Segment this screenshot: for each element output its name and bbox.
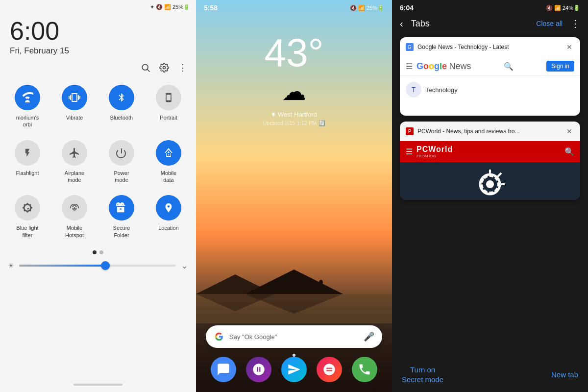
google-favicon: G xyxy=(406,43,414,51)
wifi-label: morlium'sorbi xyxy=(16,114,39,128)
mobile-data-label: Mobiledata xyxy=(161,170,176,184)
more-options-browser-button[interactable]: ⋮ xyxy=(570,18,580,29)
browser-tabs-panel: 6:04 🔇 📶 24%🔋 ‹ Tabs Close all ⋮ G Googl… xyxy=(392,0,588,392)
mobile-data-icon xyxy=(156,140,181,166)
tile-portrait[interactable]: Portrait xyxy=(145,79,192,134)
bluelight-icon xyxy=(15,195,40,220)
gnews-signin-button[interactable]: Sign in xyxy=(546,61,574,72)
secure-icon xyxy=(109,195,134,220)
signal-icon: 📶 xyxy=(164,4,171,10)
page-dot-2 xyxy=(99,250,103,254)
pcworld-search-icon: 🔍 xyxy=(564,147,574,156)
brightness-control[interactable]: ☀ ⌄ xyxy=(0,258,196,273)
tile-location[interactable]: Location xyxy=(145,189,192,245)
hotspot-label: MobileHotspot xyxy=(65,224,84,239)
battery-icon: 25%🔋 xyxy=(172,4,190,10)
search-button[interactable] xyxy=(140,62,151,73)
bottom-nav-bar xyxy=(0,377,196,392)
gnews-toolbar: ☰ Google News 🔍 Sign in xyxy=(400,57,580,76)
bluetooth-status-icon: ✦ xyxy=(150,4,154,10)
svg-point-7 xyxy=(307,281,311,286)
browser-signal-icon: 📶 xyxy=(554,5,561,11)
tile-bluelight[interactable]: Blue lightfilter xyxy=(4,189,51,245)
flashlight-label: Flashlight xyxy=(16,170,39,176)
gnews-menu-icon: ☰ xyxy=(406,62,413,71)
tab-content-2: ☰ PCWorld FROM IDG 🔍 xyxy=(400,141,580,200)
back-button[interactable]: ‹ xyxy=(400,18,403,29)
browser-tabs-header: ‹ Tabs Close all ⋮ xyxy=(392,14,588,33)
tile-power[interactable]: Powermode xyxy=(98,134,145,190)
steam-logo-svg xyxy=(470,165,510,200)
search-placeholder-text: Say "Ok Google" xyxy=(229,333,359,341)
home-time: 5:58 xyxy=(204,4,218,12)
brightness-thumb[interactable] xyxy=(101,261,110,270)
fold-app-icon[interactable] xyxy=(317,357,342,382)
weather-temperature: 43° xyxy=(265,33,324,73)
more-options-button[interactable]: ⋮ xyxy=(177,62,188,73)
google-search-bar[interactable]: Say "Ok Google" 🎤 xyxy=(206,325,382,348)
landscape-silhouette xyxy=(196,265,392,323)
tabs-title: Tabs xyxy=(411,19,529,29)
svg-point-0 xyxy=(142,65,148,71)
messages-app-icon[interactable] xyxy=(211,357,236,382)
pcworld-logo-group: PCWorld FROM IDG xyxy=(416,145,453,158)
hotspot-icon xyxy=(62,195,87,220)
tab-card-header-2: P PCWorld - News, tips and reviews fro..… xyxy=(400,122,580,141)
brightness-expand-icon[interactable]: ⌄ xyxy=(181,260,188,271)
settings-button[interactable] xyxy=(159,62,170,73)
weather-location: West Hartford xyxy=(271,111,317,118)
vibrate-label: Vibrate xyxy=(66,114,83,121)
browser-footer: Turn on Secret mode New tab xyxy=(392,357,588,392)
pcworld-logo-text: PCWorld xyxy=(416,145,453,154)
clock-section: 6:00 Fri, February 15 xyxy=(0,12,196,58)
tile-hotspot[interactable]: MobileHotspot xyxy=(51,189,98,245)
secret-mode-button[interactable]: Turn on Secret mode xyxy=(402,365,443,384)
clock-date: Fri, February 15 xyxy=(10,46,186,56)
weather-cloud-icon: ☁ xyxy=(282,77,306,106)
tab-close-2[interactable]: ✕ xyxy=(564,126,574,136)
home-status-icons: 🔇 📶 25%🔋 xyxy=(350,5,384,11)
clock-time: 6:00 xyxy=(10,17,186,45)
tile-airplane[interactable]: Airplanemode xyxy=(51,134,98,190)
tab-card-header-1: G Google News - Technology - Latest ✕ xyxy=(400,37,580,57)
home-battery-icon: 25%🔋 xyxy=(367,5,384,11)
pcworld-favicon: P xyxy=(406,127,414,135)
location-label: Location xyxy=(158,224,179,231)
tile-vibrate[interactable]: Vibrate xyxy=(51,79,98,134)
bluelight-label: Blue lightfilter xyxy=(16,224,38,239)
bluetooth-tile-icon xyxy=(109,85,134,110)
quick-settings-panel: ✦ 🔇 📶 25%🔋 6:00 Fri, February 15 ⋮ xyxy=(0,0,196,392)
svg-marker-6 xyxy=(245,270,343,294)
tab-card-google-news[interactable]: G Google News - Technology - Latest ✕ ☰ … xyxy=(400,37,580,116)
phone-app-icon[interactable] xyxy=(352,357,377,382)
tile-bluetooth[interactable]: Bluetooth xyxy=(98,79,145,134)
home-screen-panel: 5:58 🔇 📶 25%🔋 43° ☁ West Hartford Update… xyxy=(196,0,392,392)
bluetooth-label: Bluetooth xyxy=(110,114,133,121)
browser-time: 6:04 xyxy=(400,4,414,12)
brightness-low-icon: ☀ xyxy=(8,262,14,270)
home-mute-icon: 🔇 xyxy=(350,5,357,11)
brightness-track[interactable] xyxy=(19,265,176,267)
qs-header: ⋮ xyxy=(0,58,196,77)
tile-wifi[interactable]: morlium'sorbi xyxy=(4,79,51,134)
mic-icon[interactable]: 🎤 xyxy=(364,331,374,342)
gnews-search-icon: 🔍 xyxy=(504,62,514,71)
silhouette-area xyxy=(196,265,392,323)
tab-card-pcworld[interactable]: P PCWorld - News, tips and reviews fro..… xyxy=(400,122,580,200)
direct-app-icon[interactable] xyxy=(281,357,307,382)
pcworld-preview: ☰ PCWorld FROM IDG 🔍 xyxy=(400,141,580,200)
new-tab-button[interactable]: New tab xyxy=(551,370,578,379)
tab-close-1[interactable]: ✕ xyxy=(564,42,574,52)
mute-status-icon: 🔇 xyxy=(156,4,163,10)
tile-flashlight[interactable]: Flashlight xyxy=(4,134,51,190)
galaxy-store-icon[interactable] xyxy=(246,357,271,382)
brightness-fill xyxy=(19,265,105,267)
tile-mobile-data[interactable]: Mobiledata xyxy=(145,134,192,190)
close-all-button[interactable]: Close all xyxy=(536,20,563,27)
quick-tiles-grid: morlium'sorbi Vibrate Bluetooth xyxy=(0,77,196,246)
tile-secure[interactable]: SecureFolder xyxy=(98,189,145,245)
tab-cards-list: G Google News - Technology - Latest ✕ ☰ … xyxy=(392,33,588,357)
airplane-icon xyxy=(62,140,87,166)
app-dock xyxy=(201,353,387,386)
steam-content xyxy=(400,162,580,200)
